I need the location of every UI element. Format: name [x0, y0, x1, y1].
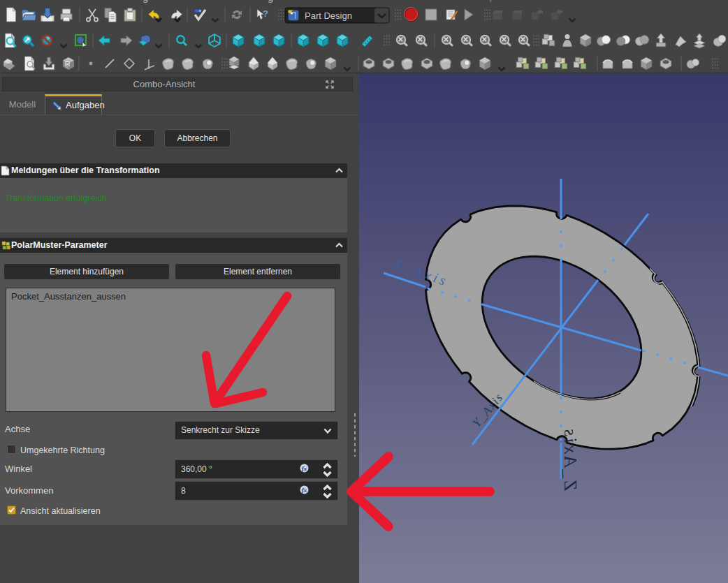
svg-text:fx: fx: [302, 465, 307, 472]
svg-text:Part Design: Part Design: [305, 10, 352, 21]
svg-text:fx: fx: [302, 487, 307, 494]
svg-text:Z_Axis: Z_Axis: [560, 427, 581, 491]
svg-text:S: S: [66, 61, 69, 67]
